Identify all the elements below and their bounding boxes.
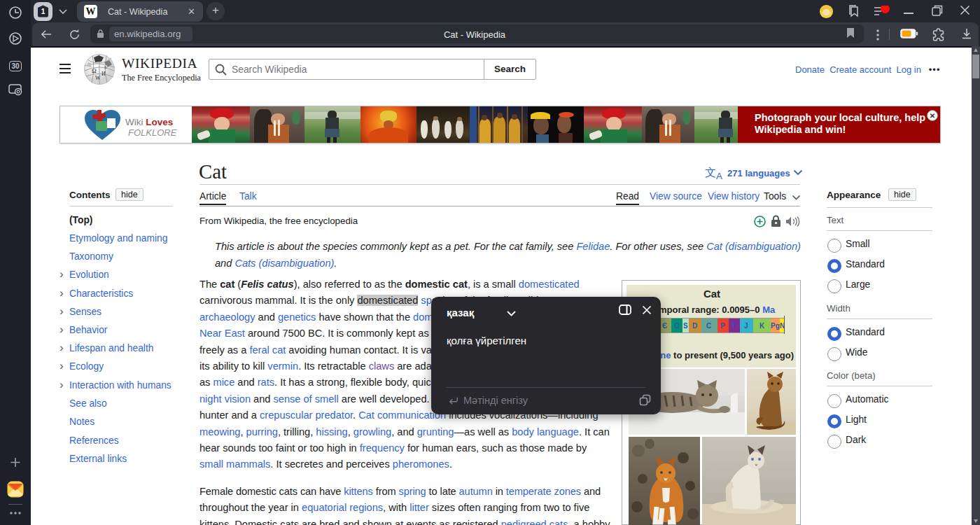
svg-text:И: И (102, 71, 106, 77)
svg-text:W: W (95, 75, 101, 81)
svg-text:ḥ: ḥ (104, 64, 107, 70)
svg-text:Ω: Ω (92, 67, 97, 74)
svg-text:1: 1 (41, 8, 46, 15)
